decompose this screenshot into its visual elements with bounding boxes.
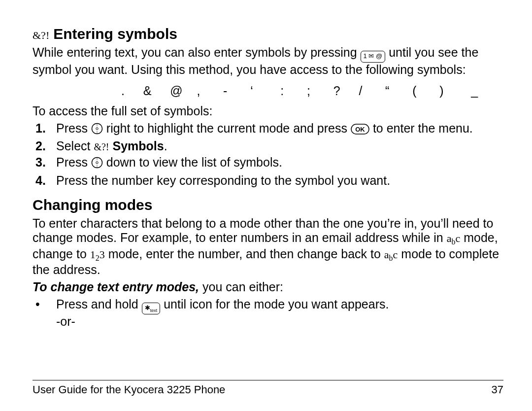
svg-point-7 [96,162,98,164]
envelope-key-icon: 1 ✉ @ [361,51,386,63]
navkey-icon [91,157,103,171]
123-mode-icon: 123 [90,248,105,261]
section-entering-symbols-heading: &?! Entering symbols [33,26,503,45]
step-2: 2. Select &?! Symbols. [33,139,503,153]
changing-modes-paragraph: To enter characters that belong to a mod… [33,216,503,277]
ok-key-icon: OK [351,123,369,137]
section-changing-modes: Changing modes To enter characters that … [33,197,503,329]
abc-mode-icon: abc [384,248,398,261]
access-symbols-label: To access the full set of symbols: [33,104,503,118]
page-footer: User Guide for the Kyocera 3225 Phone 37 [33,380,503,396]
footer-title: User Guide for the Kyocera 3225 Phone [33,383,225,396]
star-text-key-icon: ✱text [142,303,161,314]
available-symbols-row: . & @ , - ‘ : ; ? / “ ( ) _ [33,84,503,98]
abc-mode-icon: abc [447,232,461,244]
change-mode-option-1: • Press and hold ✱text until icon for th… [33,297,503,329]
symbol-access-steps: 1. Press right to highlight the current … [33,121,503,188]
page-number: 37 [492,383,503,396]
svg-text:OK: OK [355,126,365,133]
change-mode-options: • Press and hold ✱text until icon for th… [33,297,503,329]
navkey-icon [91,123,103,137]
heading-entering-symbols: Entering symbols [53,26,177,42]
manual-page: &?! Entering symbols While entering text… [0,0,532,411]
entering-symbols-intro: While entering text, you can also enter … [33,45,503,77]
step-1: 1. Press right to highlight the current … [33,121,503,137]
step-4: 4. Press the number key corresponding to… [33,173,503,188]
change-modes-lead: To change text entry modes, you can eith… [33,280,503,294]
or-separator: -or- [56,314,75,328]
symbols-mode-icon: &?! [94,141,109,152]
step-3: 3. Press down to view the list of symbol… [33,155,503,171]
heading-changing-modes: Changing modes [33,197,503,213]
svg-point-1 [96,127,98,129]
symbols-mode-icon: &?! [33,29,49,42]
